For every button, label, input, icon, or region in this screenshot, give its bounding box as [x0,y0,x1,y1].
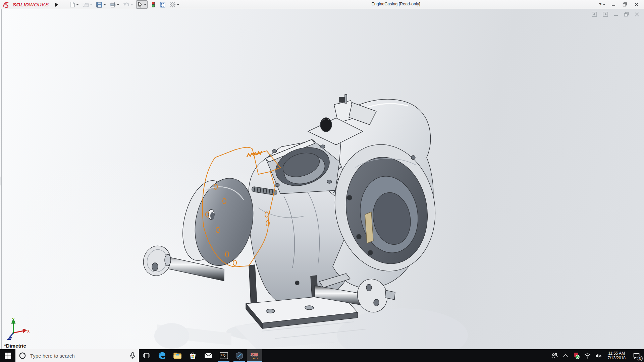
undo-button-disabled[interactable] [122,1,134,8]
solidworks-app-icon: SW 2017 [250,351,259,360]
engine-casing-body [140,95,445,328]
open-dropdown-disabled[interactable] [90,4,93,5]
solidworks-wordmark: SOLIDWORKS [13,2,49,7]
select-cursor-icon [137,1,143,8]
taskbar-search[interactable] [15,349,139,362]
solidworks-monitor-button[interactable] [573,352,581,360]
new-document-icon [69,1,75,8]
windows-logo-icon [5,353,11,359]
taskbar-app-solidworks[interactable]: SW 2017 [247,349,262,362]
help-dropdown[interactable] [603,4,605,5]
microphone-icon[interactable] [130,352,136,359]
save-button[interactable] [96,1,107,8]
window-controls: ? [596,0,642,9]
view-orientation-label: *Dimetric [4,343,26,349]
help-button[interactable]: ? [596,0,608,9]
solidworks-monitor-icon [573,352,580,359]
open-button-disabled[interactable] [82,1,93,8]
start-button[interactable] [0,349,15,362]
clock-date: 7/13/2018 [608,356,626,360]
help-icon: ? [599,2,602,7]
windows-taskbar: C:\ SW 2017 [0,349,644,362]
search-input[interactable] [30,353,126,359]
taskbar-app-store[interactable] [185,349,201,362]
volume-muted-icon [595,353,602,359]
new-document-button[interactable] [69,1,79,8]
taskbar-app-file-explorer[interactable] [170,349,185,362]
cmd-prompt-text: C:\ [221,354,226,356]
wifi-icon [584,353,591,359]
edge-icon [158,351,166,360]
taskbar-app-cad-client[interactable] [231,349,247,362]
solidworks-app-letters: SW [251,352,258,357]
network-button[interactable] [584,352,592,360]
orientation-triad: Y X [6,317,31,341]
save-floppy-icon [96,2,102,8]
graphics-area[interactable]: Y X *Dimetric [0,9,644,349]
rebuild-traffic-light-icon [151,1,156,8]
minimize-icon [611,3,615,7]
volume-button[interactable] [595,352,603,360]
hexagon-app-icon [235,352,244,360]
file-properties-button[interactable] [159,1,166,8]
notification-badge: 3 [637,356,643,361]
people-icon [551,353,558,359]
triad-x-label: X [27,329,30,333]
undo-arrow-icon [123,2,129,7]
taskbar-clock[interactable]: 11:55 AM 7/13/2018 [606,351,628,360]
expand-arrow-icon [55,3,58,7]
file-explorer-icon [173,352,182,359]
menu-expand-button[interactable] [54,1,59,8]
titlebar: SOLIDWORKS [0,0,644,9]
store-icon [189,352,197,360]
close-icon [634,2,639,7]
new-document-dropdown[interactable] [76,4,79,5]
action-center-button[interactable]: 3 [631,350,642,361]
clock-time: 11:55 AM [608,351,626,356]
select-tool-button[interactable] [136,0,148,9]
system-tray: 11:55 AM 7/13/2018 3 [550,349,644,362]
task-view-icon [143,352,150,359]
task-view-button[interactable] [139,349,154,362]
print-button[interactable] [109,1,120,8]
chevron-up-icon [563,354,568,357]
file-properties-icon [160,2,166,8]
select-dropdown[interactable] [144,4,147,5]
undo-dropdown-disabled[interactable] [130,4,133,5]
print-dropdown[interactable] [117,4,119,5]
options-button[interactable] [169,1,180,8]
taskbar-app-command-prompt[interactable]: C:\ [216,349,231,362]
document-title: EngineCasing [Read-only] [356,2,436,6]
restore-icon [623,2,627,7]
options-gear-icon [169,1,176,8]
cortana-icon [19,352,26,359]
restore-button[interactable] [619,0,631,9]
minimize-button[interactable] [608,0,619,9]
mail-icon [204,352,213,359]
people-button[interactable] [550,352,558,360]
open-folder-icon [83,2,89,7]
quick-access-toolbar [69,0,180,9]
print-icon [110,2,116,8]
solidworks-logo: SOLIDWORKS [3,0,54,9]
engine-casing-model[interactable] [0,9,644,349]
rebuild-button[interactable] [150,1,157,8]
options-dropdown[interactable] [177,4,179,5]
solidworks-mark-icon [3,1,11,9]
close-button[interactable] [631,0,642,9]
command-prompt-icon: C:\ [220,352,228,359]
taskbar-app-edge[interactable] [154,349,170,362]
save-dropdown[interactable] [103,4,106,5]
hidden-icons-button[interactable] [561,352,570,360]
solidworks-app-year: 2017 [253,357,258,360]
taskbar-app-mail[interactable] [201,349,216,362]
triad-y-label: Y [12,317,15,321]
